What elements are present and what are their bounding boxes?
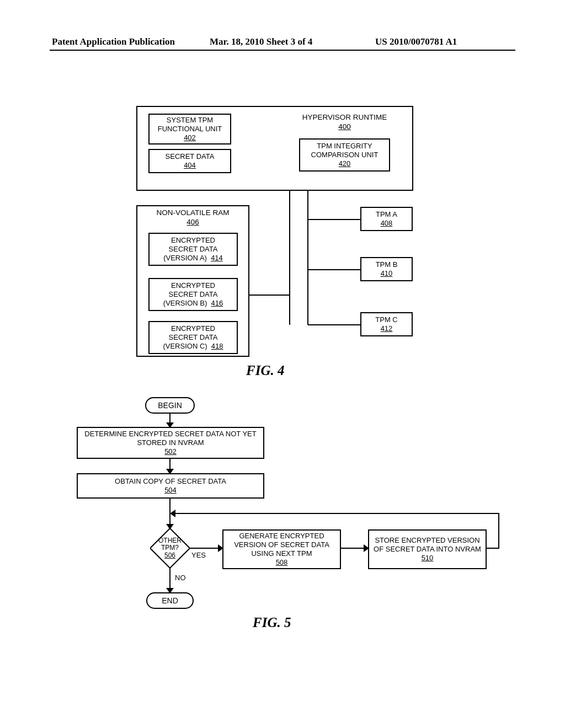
l2: SECRET DATA bbox=[169, 290, 218, 299]
connector bbox=[169, 568, 170, 590]
system-tpm-functional-unit-box: SYSTEM TPM FUNCTIONAL UNIT 402 bbox=[148, 114, 231, 144]
step-502-box: DETERMINE ENCRYPTED SECRET DATA NOT YET … bbox=[77, 427, 264, 459]
ref: 412 bbox=[381, 324, 393, 333]
tpm-a-box: TPM A 408 bbox=[360, 207, 413, 231]
decision-506-diamond: OTHER TPM? 506 bbox=[150, 528, 190, 568]
l1: ENCRYPTED bbox=[171, 236, 215, 245]
text: TPM B bbox=[376, 260, 398, 269]
ref: 508 bbox=[276, 558, 288, 567]
figure-5-caption: FIG. 5 bbox=[253, 615, 291, 630]
connector bbox=[341, 548, 366, 549]
connector bbox=[190, 548, 220, 549]
nvram-label: NON-VOLATILE RAM 406 bbox=[136, 208, 249, 227]
ref: 408 bbox=[381, 219, 393, 228]
ref: 410 bbox=[381, 269, 393, 278]
tpm-b-box: TPM B 410 bbox=[360, 257, 413, 281]
text: TPM C bbox=[375, 315, 397, 324]
ref: 414 bbox=[211, 254, 223, 262]
text: BEGIN bbox=[158, 401, 182, 410]
ref: 420 bbox=[339, 159, 351, 168]
ref: 406 bbox=[186, 218, 199, 226]
connector bbox=[308, 219, 360, 220]
connector bbox=[289, 191, 290, 325]
text: GENERATE ENCRYPTED VERSION OF SECRET DAT… bbox=[227, 532, 337, 559]
ref: 418 bbox=[211, 342, 223, 350]
ref: 502 bbox=[164, 447, 177, 456]
l2: SECRET DATA bbox=[169, 245, 218, 254]
connector bbox=[307, 191, 308, 325]
ref: 400 bbox=[338, 122, 351, 131]
text: SECRET DATA bbox=[166, 152, 215, 161]
header-divider bbox=[50, 50, 515, 51]
text: STORE ENCRYPTED VERSION OF SECRET DATA I… bbox=[372, 536, 482, 554]
svg-marker-3 bbox=[170, 510, 175, 517]
begin-terminator: BEGIN bbox=[145, 397, 195, 414]
ref: 510 bbox=[422, 554, 434, 563]
l3: (VERSION A) bbox=[163, 254, 207, 262]
text: END bbox=[162, 596, 178, 605]
connector bbox=[498, 533, 499, 549]
encrypted-secret-data-b-box: ENCRYPTED SECRET DATA (VERSION B) 416 bbox=[148, 278, 238, 311]
ref: 404 bbox=[184, 161, 196, 170]
header-left: Patent Application Publication bbox=[52, 36, 175, 47]
connector bbox=[487, 548, 499, 549]
l1: ENCRYPTED bbox=[171, 324, 215, 333]
encrypted-secret-data-a-box: ENCRYPTED SECRET DATA (VERSION A) 414 bbox=[148, 233, 238, 266]
no-label: NO bbox=[175, 574, 186, 582]
text: DETERMINE ENCRYPTED SECRET DATA NOT YET … bbox=[81, 430, 260, 448]
text: NON-VOLATILE RAM bbox=[157, 208, 230, 217]
step-504-box: OBTAIN COPY OF SECRET DATA 504 bbox=[77, 473, 264, 499]
connector bbox=[308, 324, 360, 325]
yes-label: YES bbox=[191, 551, 206, 559]
secret-data-box: SECRET DATA 404 bbox=[148, 149, 231, 173]
l3: (VERSION C) bbox=[163, 342, 207, 350]
l2: TPM? bbox=[161, 544, 179, 552]
text: OBTAIN COPY OF SECRET DATA bbox=[115, 477, 226, 486]
connector bbox=[249, 295, 290, 296]
tpm-integrity-comparison-unit-box: TPM INTEGRITY COMPARISON UNIT 420 bbox=[299, 138, 390, 172]
connector bbox=[308, 269, 360, 270]
header-mid: Mar. 18, 2010 Sheet 3 of 4 bbox=[210, 36, 312, 47]
connector bbox=[170, 513, 499, 514]
encrypted-secret-data-c-box: ENCRYPTED SECRET DATA (VERSION C) 418 bbox=[148, 321, 238, 354]
l1: ENCRYPTED bbox=[171, 281, 215, 290]
ref: 402 bbox=[184, 133, 196, 142]
ref: 416 bbox=[211, 299, 223, 307]
l3: (VERSION B) bbox=[163, 299, 207, 307]
text: HYPERVISOR RUNTIME bbox=[302, 113, 387, 121]
end-terminator: END bbox=[146, 592, 194, 609]
connector bbox=[498, 513, 499, 533]
l2: SECRET DATA bbox=[169, 333, 218, 342]
ref: 504 bbox=[164, 486, 177, 495]
text: TPM A bbox=[376, 210, 397, 219]
arrowhead-icon bbox=[170, 510, 175, 517]
ref: 506 bbox=[164, 552, 175, 559]
step-508-box: GENERATE ENCRYPTED VERSION OF SECRET DAT… bbox=[222, 529, 341, 569]
header-right: US 2010/0070781 A1 bbox=[375, 36, 457, 47]
tpm-c-box: TPM C 412 bbox=[360, 312, 413, 336]
step-510-box: STORE ENCRYPTED VERSION OF SECRET DATA I… bbox=[368, 529, 487, 569]
hypervisor-runtime-label: HYPERVISOR RUNTIME 400 bbox=[288, 113, 401, 132]
text: SYSTEM TPM FUNCTIONAL UNIT bbox=[153, 116, 227, 134]
figure-4-caption: FIG. 4 bbox=[246, 363, 284, 378]
text: TPM INTEGRITY COMPARISON UNIT bbox=[303, 142, 386, 160]
